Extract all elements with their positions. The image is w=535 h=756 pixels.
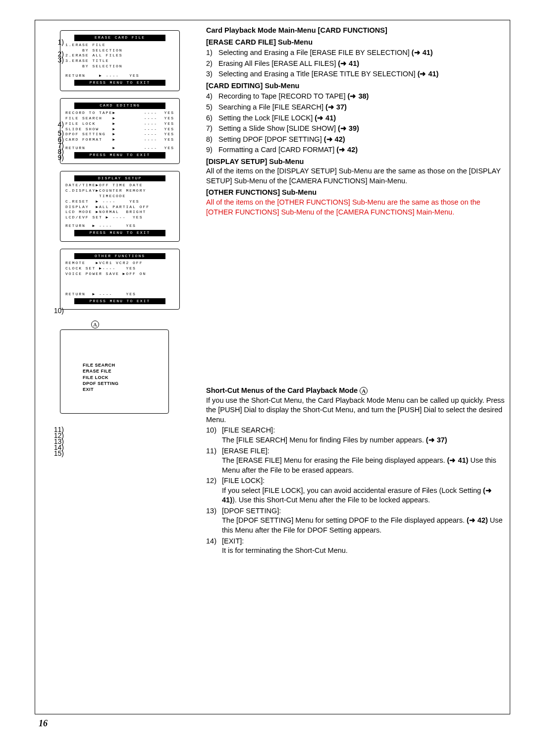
shortcut-heading: Short-Cut Menus of the Card Playback Mod… [206,386,505,396]
list-item: Formatting a Card [CARD FORMAT] (➜ 42) [218,145,505,155]
list-item: Selecting and Erasing a File [ERASE FILE… [218,48,505,58]
list-body: The [DPOF SETTING] Menu for setting DPOF… [206,516,505,535]
list-body: It is for terminating the Short-Cut Menu… [206,546,505,556]
list-item: Recording to Tape [RECORD TO TAPE] (➜ 38… [218,92,505,102]
list-item: [DPOF SETTING]: [222,506,505,516]
section-display-setup: [DISPLAY SETUP] Sub-Menu [206,157,505,167]
list-item: Setting the Lock [FILE LOCK] (➜ 41) [218,113,505,123]
shortcut-item: FILE SEARCH [83,362,168,368]
shortcut-item: EXIT [83,386,168,392]
list-item: Setting DPOF [DPOF SETTING] (➜ 42) [218,135,505,145]
lcd-footer: PRESS MENU TO EXIT [74,80,165,86]
lcd-display-setup: DISPLAY SETUP DATE/TIME▶OFF TIME DATE C.… [60,171,180,242]
lcd-title: OTHER FUNCTIONS [74,253,165,260]
paragraph: All of the items on the [DISPLAY SETUP] … [206,166,505,186]
list-body: The [FILE SEARCH] Menu for finding Files… [206,435,505,445]
lcd-erase-card-file: ERASE CARD FILE 1.ERASE FILE BY SELECTIO… [60,30,180,91]
lcd-title: ERASE CARD FILE [74,35,165,41]
lcd-footer: PRESS MENU TO EXIT [74,230,165,236]
list-body: The [ERASE FILE] Menu for erasing the Fi… [206,456,505,475]
lcd-title: DISPLAY SETUP [74,175,165,182]
list-item: Setting a Slide Show [SLIDE SHOW] (➜ 39) [218,124,505,134]
label-A-circle: A [91,319,99,328]
shortcut-item: ERASE FILE [83,368,168,374]
shortcut-item: DPOF SETTING [83,380,168,386]
list-item: [EXIT]: [222,537,505,546]
list-item: Searching a File [FILE SEARCH] (➜ 37) [218,103,505,112]
main-heading: Card Playback Mode Main-Menu [CARD FUNCT… [206,26,505,36]
list-item: [FILE SEARCH]: [222,426,505,435]
list-item: Erasing All Files [ERASE ALL FILES] (➜ 4… [218,59,505,69]
section-other-functions: [OTHER FUNCTIONS] Sub-Menu [206,188,505,198]
shortcut-item: FILE LOCK [83,375,168,380]
list-item: [ERASE FILE]: [222,446,505,456]
list-item: Selecting and Erasing a Title [ERASE TIT… [218,69,505,79]
lcd-other-functions: OTHER FUNCTIONS REMOTE ▶VCR1 VCR2 OFF CL… [60,249,180,310]
lcd-card-editing: CARD EDITING RECORD TO TAPE▶---- YES FIL… [60,98,180,163]
shortcut-intro: If you use the Short-Cut Menu, the Card … [206,396,505,425]
paragraph-red: All of the items on the [OTHER FUNCTIONS… [206,198,505,217]
lcd-title: CARD EDITING [74,103,165,109]
page-number: 16 [35,714,510,729]
lcd-footer: PRESS MENU TO EXIT [74,298,165,305]
section-erase-card-file: [ERASE CARD FILE] Sub-Menu [206,38,505,48]
list-body: If you select [FILE LOCK], you can avoid… [206,486,505,505]
label-A-circle: A [360,387,368,395]
lcd-footer: PRESS MENU TO EXIT [74,152,165,159]
callout-15: 15) [54,449,64,457]
section-card-editing: [CARD EDITING] Sub-Menu [206,81,505,91]
shortcut-menu-screen: A FILE SEARCH ERASE FILE FILE LOCK DPOF … [60,329,169,414]
list-item: [FILE LOCK]: [222,476,505,486]
